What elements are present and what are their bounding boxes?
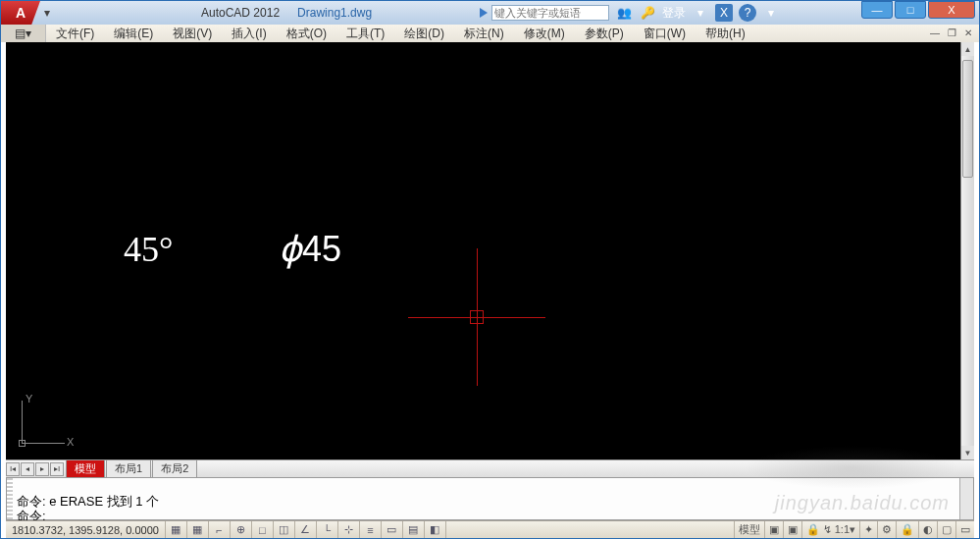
login-dropdown[interactable]: ▾ [692,4,709,22]
doc-name: Drawing1.dwg [297,6,372,20]
app-name: AutoCAD 2012 [201,6,280,20]
polar-toggle[interactable]: ⊕ [231,521,252,538]
minimize-button[interactable]: — [861,1,893,19]
menu-insert[interactable]: 插入(I) [222,25,276,42]
dyn-toggle[interactable]: ⊹ [338,521,360,538]
coordinates-display[interactable]: 1810.3732, 1395.9128, 0.0000 [6,521,166,538]
menu-edit[interactable]: 编辑(E) [104,25,163,42]
scroll-thumb[interactable] [962,60,973,178]
quickview-drawings[interactable]: ▣ [783,521,801,538]
workspace-switching[interactable]: ⚙ [877,521,896,538]
doc-restore-button[interactable]: ❐ [945,26,958,39]
menu-help[interactable]: 帮助(H) [696,25,755,42]
search-play-icon[interactable] [480,8,488,18]
scroll-up-arrow[interactable]: ▲ [961,42,974,56]
menu-modify[interactable]: 修改(M) [514,25,575,42]
grid-toggle[interactable]: ▦ [187,521,209,538]
tab-layout2[interactable]: 布局2 [152,460,197,478]
doc-minimize-button[interactable]: — [928,26,942,39]
tab-nav-last[interactable]: ▸I [50,462,64,476]
ucs-x-label: X [67,436,74,448]
drawing-text-angle: 45° [124,229,173,270]
ducs-toggle[interactable]: └ [317,521,338,538]
key-icon[interactable]: 🔑 [639,4,656,22]
quickview-layouts[interactable]: ▣ [764,521,783,538]
drawing-text-diameter: ϕ45 [279,229,341,270]
menu-dimension[interactable]: 标注(N) [454,25,514,42]
menu-draw[interactable]: 绘图(D) [394,25,454,42]
toolbar-lock[interactable]: 🔒 [896,521,918,538]
menu-parametric[interactable]: 参数(P) [575,25,634,42]
drawing-area[interactable]: 45° ϕ45 Y X ▲ ▼ [6,42,974,459]
tab-model[interactable]: 模型 [66,460,105,478]
clean-screen[interactable]: ▭ [955,521,974,538]
tab-nav-next[interactable]: ▸ [35,462,49,476]
3dosnap-toggle[interactable]: ◫ [274,521,295,538]
phi-symbol: ϕ [279,229,302,269]
qp-toggle[interactable]: ▤ [403,521,425,538]
tab-nav-first[interactable]: I◂ [6,462,20,476]
title-bar: A ▾ AutoCAD 2012 Drawing1.dwg 👥 🔑 登录 ▾ X… [1,1,979,25]
close-button[interactable]: X [928,1,975,19]
vertical-scrollbar[interactable]: ▲ ▼ [960,42,974,459]
app-icon[interactable]: A [1,1,40,25]
help-dropdown[interactable]: ▾ [762,4,780,22]
menu-window[interactable]: 窗口(W) [634,25,696,42]
menu-format[interactable]: 格式(O) [277,25,336,42]
signin-icon[interactable]: 👥 [615,4,633,22]
hardware-accel[interactable]: ◐ [918,521,937,538]
tpy-toggle[interactable]: ▭ [382,521,403,538]
command-history-line [17,479,955,494]
menu-file[interactable]: 文件(F) [46,25,104,42]
annotation-visibility[interactable]: ✦ [859,521,877,538]
menu-view[interactable]: 视图(V) [163,25,222,42]
menu-bar: ▤▾ 文件(F) 编辑(E) 视图(V) 插入(I) 格式(O) 工具(T) 绘… [1,25,979,42]
annotation-scale[interactable]: 🔒 ↯ 1:1▾ [801,521,859,538]
status-bar: 1810.3732, 1395.9128, 0.0000 ▦ ▦ ⌐ ⊕ □ ◫… [6,520,974,538]
scroll-down-arrow[interactable]: ▼ [961,446,974,459]
app-menu-dropdown[interactable]: ▾ [40,6,54,20]
snap-toggle[interactable]: ▦ [166,521,187,538]
isolate-objects[interactable]: ▢ [937,521,955,538]
menu-tools[interactable]: 工具(T) [336,25,394,42]
exchange-icon[interactable]: X [715,4,733,22]
layout-tabs: I◂ ◂ ▸ ▸I 模型 布局1 布局2 [6,459,974,477]
diameter-value: 45 [302,229,341,269]
search-input[interactable] [491,5,609,21]
command-history-line: 命令: e ERASE 找到 1 个 [17,494,955,509]
sc-toggle[interactable]: ◧ [425,521,446,538]
doc-close-button[interactable]: ✕ [961,26,975,39]
lwt-toggle[interactable]: ≡ [360,521,382,538]
tab-layout1[interactable]: 布局1 [106,460,151,478]
ortho-toggle[interactable]: ⌐ [209,521,231,538]
osnap-toggle[interactable]: □ [252,521,274,538]
login-link[interactable]: 登录 [662,5,686,22]
command-line-area[interactable]: 命令: e ERASE 找到 1 个 命令: [6,477,974,520]
otrack-toggle[interactable]: ∠ [295,521,317,538]
ucs-y-label: Y [26,393,32,404]
command-scroll-v[interactable] [959,478,973,519]
tab-nav-prev[interactable]: ◂ [21,462,34,476]
help-icon[interactable]: ? [739,4,756,22]
model-space-button[interactable]: 模型 [734,521,764,538]
infocenter-search [480,5,609,21]
title-text: AutoCAD 2012 Drawing1.dwg [201,6,372,20]
workspace-switch[interactable]: ▤▾ [1,25,46,42]
maximize-button[interactable]: □ [895,1,926,19]
